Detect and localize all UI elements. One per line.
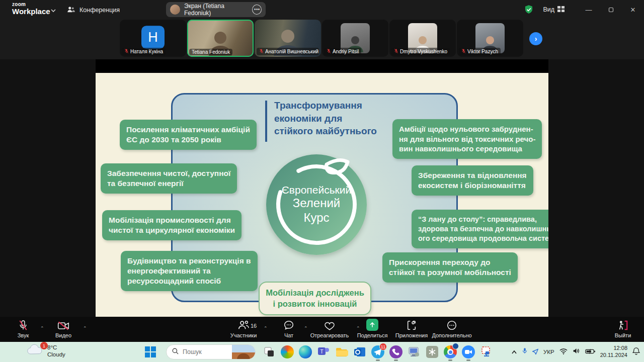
participant-tile[interactable]: H Наталя Кукіна [120, 20, 186, 57]
avatar [170, 5, 180, 15]
shared-screen-view: Трансформування економіки для стійкого м… [0, 59, 644, 317]
shared-screen-top-bar [96, 59, 548, 73]
search-box[interactable] [166, 344, 256, 359]
weather-condition: Cloudy [47, 351, 65, 358]
react-label: Отреагировать [310, 332, 349, 338]
zoom-workplace-logo: zoom Workplace [12, 2, 50, 15]
start-button[interactable] [145, 346, 156, 357]
tab-screen-label: Экран (Tetiana Fedoniuk) [184, 3, 248, 17]
chat-label: Чат [284, 332, 293, 338]
slide-box-climate: Посилення кліматичних амбіцій ЄС до 2030… [120, 120, 257, 150]
participant-name: Наталя Кукіна [130, 49, 163, 54]
brand-zoom: zoom [12, 2, 50, 7]
svg-text:T: T [320, 349, 323, 354]
wifi-icon[interactable] [559, 347, 568, 356]
chatgpt-icon[interactable] [426, 345, 439, 358]
chrome-profile-badge [452, 343, 459, 349]
participant-name: Анатолій Вишневський [265, 49, 318, 54]
cloud-icon: 1 [26, 344, 43, 358]
video-label: Видео [55, 332, 71, 338]
slide-box-construction: Будівництво та реконструкція в енергоефе… [121, 251, 258, 291]
zoom-title-bar: zoom Workplace Конференция Экран (Tetian… [0, 0, 644, 19]
chrome-icon[interactable] [444, 345, 457, 358]
outlook-icon[interactable] [353, 345, 366, 358]
system-tool-icon[interactable] [408, 345, 421, 358]
minimize-button[interactable]: — [578, 0, 600, 19]
brand-workplace: Workplace [12, 8, 50, 15]
slide-box-energy: Забезпечення чистої, доступної та безпеч… [101, 163, 237, 194]
participant-tile[interactable]: Viktor Pazych [457, 20, 523, 57]
tray-time: 12:08 [600, 345, 627, 352]
tray-expand-chevron[interactable] [511, 347, 517, 356]
viber-icon[interactable] [389, 345, 403, 358]
video-button[interactable]: Видео ⌃ [48, 320, 79, 338]
zoom-app-icon[interactable] [462, 345, 475, 358]
search-highlight-image[interactable] [232, 344, 255, 359]
tab-meeting[interactable]: Конференция [66, 4, 120, 16]
slide-box-farm-to-fork: “З лану до столу”: справедлива, здорова … [412, 210, 548, 248]
language-indicator[interactable]: УКР [543, 349, 554, 355]
volume-icon[interactable] [573, 347, 580, 356]
presentation-slide: Трансформування економіки для стійкого м… [96, 73, 548, 317]
close-button[interactable]: ✕ [622, 0, 644, 19]
weather-widget[interactable]: 1 8°C Cloudy [26, 344, 65, 358]
security-shield-icon[interactable] [524, 5, 534, 15]
maximize-button[interactable] [600, 0, 622, 19]
tab-meeting-label: Конференция [79, 7, 120, 14]
telegram-badge: 11 [379, 343, 387, 350]
camera-muted-icon [57, 320, 69, 331]
participant-tile[interactable]: Анатолій Вишневський [255, 20, 321, 57]
green-deal-circle: Європейський Зелений Курс [266, 154, 367, 255]
participants-options-caret[interactable]: ⌃ [264, 326, 268, 331]
participant-tile[interactable]: Andriy Pitsil [322, 20, 388, 57]
tab-screen-share[interactable]: Экран (Tetiana Fedoniuk) ••• [166, 2, 266, 17]
notification-bell-icon[interactable] [632, 347, 640, 357]
title-accent-bar [265, 101, 267, 142]
leave-button[interactable]: Выйти [610, 320, 636, 338]
telegram-icon[interactable]: 11 [371, 345, 384, 358]
heart-icon [324, 320, 335, 331]
slide-box-research: Мобілізація досліджень і розвиток іннова… [259, 282, 371, 315]
participant-filmstrip: H Наталя Кукіна Tetiana Fedoniuk Анатолі… [0, 19, 644, 59]
view-label: Вид [543, 6, 554, 13]
location-icon[interactable] [532, 347, 538, 356]
more-button[interactable]: Дополнительно [429, 320, 475, 338]
file-explorer-icon[interactable] [335, 345, 348, 358]
audio-button[interactable]: Звук ⌃ [9, 320, 37, 338]
video-options-caret[interactable]: ⌃ [83, 326, 87, 331]
next-participants-button[interactable]: › [529, 32, 542, 45]
tray-date: 20.11.2024 [600, 352, 627, 359]
ellipsis-icon[interactable]: ••• [252, 5, 262, 15]
apps-button[interactable]: Приложения [391, 320, 432, 338]
share-screen-button[interactable]: Поделиться [353, 320, 391, 338]
more-icon [446, 320, 457, 331]
task-view-icon[interactable] [263, 345, 276, 358]
chevron-down-icon[interactable] [50, 7, 56, 13]
remote-access-icon[interactable] [480, 345, 493, 358]
apps-icon [406, 320, 417, 331]
copilot-icon[interactable] [281, 345, 294, 358]
edge-icon[interactable] [299, 345, 312, 358]
battery-icon[interactable] [585, 347, 595, 356]
search-icon [172, 347, 179, 357]
audio-options-caret[interactable]: ⌃ [40, 326, 44, 331]
chat-button[interactable]: Чат ⌃ [277, 320, 301, 338]
participants-label: Участники [230, 332, 257, 338]
mic-muted-icon [18, 320, 28, 331]
teams-icon[interactable]: T [317, 345, 330, 358]
participant-tile[interactable]: Tetiana Fedoniuk [187, 20, 254, 57]
mic-in-use-icon[interactable] [522, 347, 527, 356]
react-button[interactable]: Отреагировать ⌃ [305, 320, 354, 338]
windows-taskbar: 1 8°C Cloudy T 11 [0, 342, 644, 362]
participants-button[interactable]: Участники 16 ⌃ [221, 320, 266, 338]
participant-name: Viktor Pazych [467, 49, 498, 54]
apps-label: Приложения [395, 332, 428, 338]
mic-muted-icon [259, 48, 264, 55]
search-input[interactable] [183, 348, 229, 355]
clock[interactable]: 12:08 20.11.2024 [600, 345, 627, 359]
view-button[interactable]: Вид [543, 6, 565, 14]
leave-label: Выйти [615, 332, 631, 338]
participant-tile[interactable]: Dmytro Vyskushenko [389, 20, 456, 57]
mic-muted-icon [461, 48, 466, 55]
mic-muted-icon [327, 48, 331, 55]
